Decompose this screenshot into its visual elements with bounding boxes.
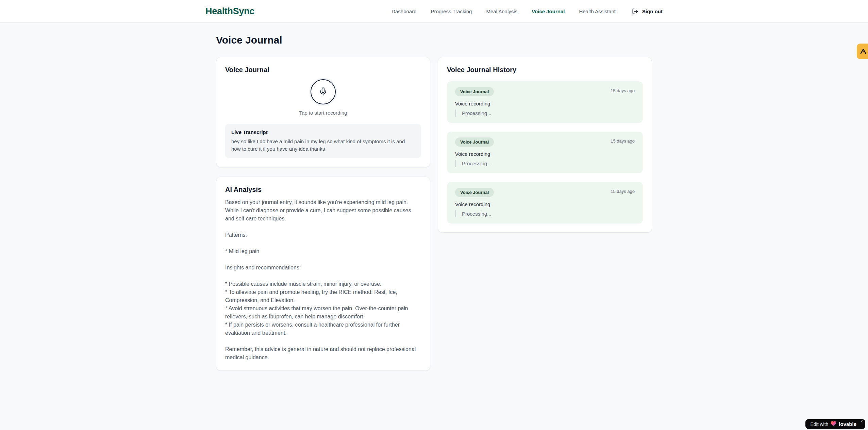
record-button[interactable] <box>311 79 336 104</box>
close-icon[interactable]: × <box>861 419 863 424</box>
page-title: Voice Journal <box>216 34 652 46</box>
sign-out-label: Sign out <box>642 9 663 14</box>
microphone-icon <box>319 87 328 97</box>
entry-type-badge: Voice Journal <box>455 87 494 96</box>
nav-links: Dashboard Progress Tracking Meal Analysi… <box>391 9 616 14</box>
entry-type-badge: Voice Journal <box>455 188 494 197</box>
live-transcript-title: Live Transcript <box>231 129 415 135</box>
entry-label: Voice recording <box>455 151 635 157</box>
ai-analysis-body: Based on your journal entry, it sounds l… <box>225 198 421 362</box>
main-content: Voice Journal Voice Journal <box>216 23 652 371</box>
logout-icon <box>632 8 638 15</box>
history-card-title: Voice Journal History <box>447 66 643 74</box>
nav-item-dashboard[interactable]: Dashboard <box>391 9 416 14</box>
entry-label: Voice recording <box>455 201 635 207</box>
heart-gradient-icon <box>831 421 836 428</box>
history-entry[interactable]: Voice Journal 15 days ago Voice recordin… <box>447 132 643 173</box>
history-entry[interactable]: Voice Journal 15 days ago Voice recordin… <box>447 81 643 123</box>
entry-timestamp: 15 days ago <box>611 87 635 93</box>
history-entry[interactable]: Voice Journal 15 days ago Voice recordin… <box>447 182 643 224</box>
tap-to-record-hint: Tap to start recording <box>225 110 421 116</box>
edit-with-lovable-badge[interactable]: Edit with lovable × <box>805 419 865 429</box>
nav-item-progress-tracking[interactable]: Progress Tracking <box>431 9 472 14</box>
top-navbar: HealthSync Dashboard Progress Tracking M… <box>0 0 868 23</box>
live-transcript-box: Live Transcript hey so like I do have a … <box>225 124 421 158</box>
edge-widget-tab[interactable] <box>857 44 868 59</box>
entry-status: Processing... <box>455 160 635 167</box>
nav-item-voice-journal[interactable]: Voice Journal <box>532 9 565 14</box>
voice-journal-history-card: Voice Journal History Voice Journal 15 d… <box>438 57 652 233</box>
right-column: Voice Journal History Voice Journal 15 d… <box>438 57 652 233</box>
sign-out-button[interactable]: Sign out <box>632 8 663 15</box>
history-list: Voice Journal 15 days ago Voice recordin… <box>447 81 643 224</box>
entry-timestamp: 15 days ago <box>611 137 635 144</box>
lovable-brand-label: lovable <box>839 421 856 427</box>
brand-logo[interactable]: HealthSync <box>205 6 254 17</box>
entry-label: Voice recording <box>455 101 635 106</box>
voice-recorder-card: Voice Journal Tap to start recording <box>216 57 430 167</box>
left-column: Voice Journal Tap to start recording <box>216 57 430 371</box>
lovable-prefix-label: Edit with <box>810 421 828 427</box>
entry-status: Processing... <box>455 110 635 117</box>
entry-status: Processing... <box>455 210 635 217</box>
nav-item-health-assistant[interactable]: Health Assistant <box>579 9 616 14</box>
live-transcript-text: hey so like I do have a mild pain in my … <box>231 138 415 153</box>
entry-type-badge: Voice Journal <box>455 137 494 147</box>
ai-analysis-card: AI Analysis Based on your journal entry,… <box>216 177 430 371</box>
lovable-caret-logo-icon <box>859 47 867 55</box>
entry-timestamp: 15 days ago <box>611 188 635 194</box>
recorder-card-title: Voice Journal <box>225 66 421 74</box>
ai-analysis-title: AI Analysis <box>225 186 421 194</box>
nav-item-meal-analysis[interactable]: Meal Analysis <box>486 9 517 14</box>
